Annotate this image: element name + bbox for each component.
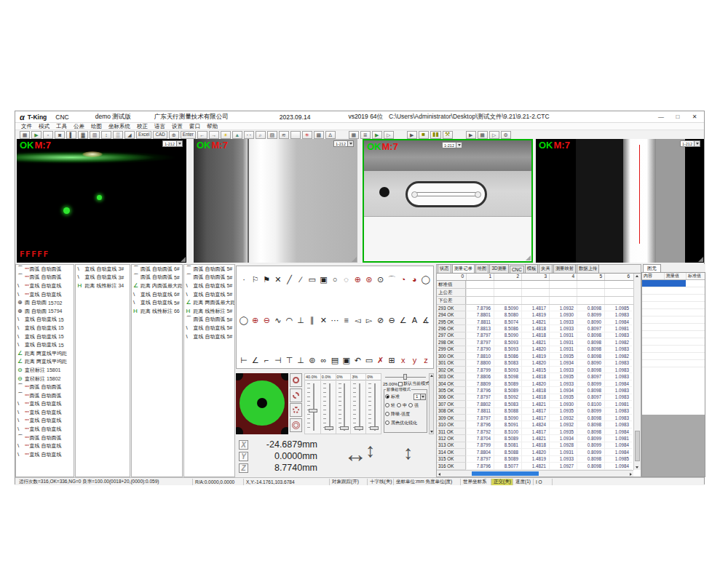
resize-grip-icon[interactable] bbox=[181, 257, 186, 262]
dim-right-tool-icon[interactable]: ⊣ bbox=[273, 356, 283, 364]
camera-zoom-select[interactable]: 1-212 bbox=[442, 142, 462, 148]
list-item[interactable]: H距离 线性标注34 bbox=[76, 282, 130, 290]
list-item[interactable]: ⌒***圆弧 自动圆弧 bbox=[16, 383, 74, 391]
magnifier-button[interactable]: ⌕ bbox=[256, 131, 266, 139]
list-item[interactable]: ∠距离 两直线平均距 bbox=[16, 358, 74, 367]
pattern-2-button[interactable]: ▩ bbox=[314, 131, 324, 139]
circle-cross-2-tool-icon[interactable]: ⊛ bbox=[364, 276, 374, 284]
list-item[interactable]: ⌒圆弧 自动圆弧5# bbox=[184, 316, 234, 324]
resize-grip-icon[interactable] bbox=[526, 255, 531, 260]
dim-corner-tool-icon[interactable]: ⌐ bbox=[261, 356, 272, 364]
element-list-column-2[interactable]: \直线 自动直线3#\直线 自动直线3#H距离 线性标注34 bbox=[75, 264, 130, 477]
z-axis-icon[interactable]: Z bbox=[239, 463, 248, 473]
ramp-tool-button[interactable]: ◢ bbox=[124, 131, 135, 139]
list-item[interactable]: ⊕圆 自动圆15794 bbox=[16, 307, 74, 316]
list-item[interactable]: ⌒圆弧 自动圆弧5# bbox=[132, 274, 183, 282]
open-arc-tool-icon[interactable]: ◠ bbox=[285, 316, 295, 324]
camera-view-4[interactable]: OKM:71-212 bbox=[536, 139, 704, 263]
list-item[interactable]: \直线 自动直线15 bbox=[16, 332, 74, 341]
records-tab[interactable]: 绘图 bbox=[475, 264, 489, 273]
list-item[interactable]: \***直线 自动直线 bbox=[16, 408, 74, 417]
list-item[interactable]: \直线 自动直线15 bbox=[16, 340, 74, 349]
pie-1-tool-icon[interactable]: ◔ bbox=[398, 276, 408, 284]
records-tab[interactable]: 3D测量 bbox=[489, 264, 509, 273]
list-item[interactable]: \直线 自动直线5# bbox=[184, 324, 234, 332]
brightness-slider[interactable] bbox=[385, 374, 426, 380]
flag-1-tool-icon[interactable]: ⚐ bbox=[250, 276, 261, 284]
light-slider[interactable]: 0% bbox=[336, 374, 351, 434]
sharpen-radio[interactable] bbox=[385, 420, 389, 425]
camera-view-2[interactable]: OKM:71-212 bbox=[194, 139, 357, 263]
records-horizontal-scrollbar[interactable] bbox=[437, 470, 633, 477]
flag-2-tool-icon[interactable]: ⚑ bbox=[261, 276, 272, 284]
tolerance-row[interactable]: 下公差 bbox=[437, 297, 641, 305]
print-button[interactable]: ≣ bbox=[360, 131, 371, 139]
ellipse-tool-icon[interactable]: ◯ bbox=[421, 276, 431, 284]
table-row[interactable]: 293 OK7.87968.50901.48171.09320.80981.09… bbox=[437, 305, 633, 311]
menu-item[interactable]: 坐标系统 bbox=[108, 123, 130, 130]
table-row[interactable]: 302 OK7.87998.50931.48151.09330.80981.09… bbox=[437, 367, 633, 373]
parallel-tool-icon[interactable]: ∥ bbox=[307, 316, 317, 324]
stop-button[interactable]: ■ bbox=[419, 131, 429, 139]
wave-button[interactable]: ≋ bbox=[279, 131, 289, 139]
table-row[interactable]: 305 OK7.87968.50891.48181.09340.80981.09… bbox=[437, 387, 633, 394]
menu-item[interactable]: 校正 bbox=[137, 123, 148, 130]
cross-tool-icon[interactable]: ✕ bbox=[318, 316, 328, 324]
records-tab[interactable]: 测量记录 bbox=[452, 264, 475, 273]
table-row[interactable]: 310 OK7.87968.50911.48241.09320.80981.09… bbox=[437, 421, 633, 428]
gray-tool-1-button[interactable]: ▓ bbox=[78, 131, 88, 139]
angle-tool-icon[interactable]: ∠ bbox=[398, 316, 408, 324]
pattern-1-button[interactable]: ▨ bbox=[267, 131, 277, 139]
circle-tool-icon[interactable]: ○ bbox=[330, 276, 340, 284]
table-row[interactable]: 308 OK7.88118.50881.48171.09350.80991.09… bbox=[437, 408, 633, 415]
records-tab[interactable]: 夹具 bbox=[539, 264, 553, 273]
list-item[interactable]: \直线 自动直线6# bbox=[132, 290, 183, 299]
chart-button[interactable]: ∆ bbox=[325, 131, 336, 139]
light-slider[interactable]: 40.0% bbox=[305, 374, 320, 434]
list-item[interactable]: H距离 线性标注66 bbox=[132, 307, 183, 316]
new-roi-button[interactable]: ▫ bbox=[43, 131, 53, 139]
list-item[interactable]: ⌒圆弧 自动圆弧5# bbox=[184, 274, 234, 282]
enter-button[interactable]: Enter bbox=[181, 131, 196, 139]
menu-item[interactable]: 模式 bbox=[39, 123, 50, 130]
list-item[interactable]: \***直线 自动直线 bbox=[16, 450, 74, 459]
resize-grip-icon[interactable] bbox=[698, 257, 703, 262]
elem-row[interactable] bbox=[642, 280, 705, 287]
elem-row[interactable] bbox=[642, 316, 705, 324]
jog-y-arrows-icon[interactable]: ↕ bbox=[365, 439, 376, 461]
angle-measure-tool-icon[interactable]: ∡ bbox=[421, 316, 431, 324]
undo-tool-icon[interactable]: ↶ bbox=[352, 356, 363, 364]
coord-y-tool-icon[interactable]: y bbox=[409, 356, 419, 364]
dim-horizontal-tool-icon[interactable]: ⊢ bbox=[239, 356, 249, 364]
elem-row[interactable] bbox=[642, 302, 705, 309]
coord-z-tool-icon[interactable]: z bbox=[421, 356, 431, 364]
circle-fill-2-tool-icon[interactable]: ⊖ bbox=[261, 316, 272, 324]
save-button[interactable]: ▦ bbox=[20, 131, 30, 139]
pie-2-tool-icon[interactable]: ◕ bbox=[409, 276, 419, 284]
list-item[interactable]: ∠距离 内圆弧最大距 bbox=[132, 282, 183, 290]
camera-zoom-select[interactable]: 1-212 bbox=[162, 140, 183, 147]
y-axis-icon[interactable]: Y bbox=[239, 452, 248, 461]
list-item[interactable]: ⌒圆弧 自动圆弧5# bbox=[184, 265, 234, 274]
open-2-button[interactable]: ▷ bbox=[489, 131, 499, 139]
intersect-tool-icon[interactable]: ✕ bbox=[273, 276, 283, 284]
list-item[interactable]: \***直线 自动直线 bbox=[16, 400, 74, 409]
light-slider[interactable]: 0.0% bbox=[320, 374, 336, 434]
camera-zoom-select[interactable]: 1-212 bbox=[680, 140, 700, 147]
ring-light-pad[interactable] bbox=[236, 373, 288, 434]
roi-rect-1-tool-icon[interactable]: ▭ bbox=[307, 276, 317, 284]
menu-item[interactable]: 工具 bbox=[56, 123, 67, 130]
list-item[interactable]: \直线 自动直线15 bbox=[16, 324, 74, 332]
list-item[interactable]: ⌒圆弧 自动圆弧6# bbox=[132, 265, 183, 274]
table-row[interactable]: 294 OK7.88018.50801.48191.09300.80991.09… bbox=[437, 311, 633, 318]
records-tab[interactable]: 测量映射 bbox=[553, 264, 576, 273]
light-ring-button-2[interactable] bbox=[290, 388, 302, 402]
light-slider[interactable]: 0% bbox=[365, 374, 381, 434]
table-row[interactable]: 296 OK7.88138.50861.48181.09330.80971.09… bbox=[437, 325, 633, 332]
elem-row[interactable] bbox=[642, 360, 705, 367]
dim-bottom-tool-icon[interactable]: ⊥ bbox=[296, 356, 306, 364]
element-list-column-4[interactable]: ⌒圆弧 自动圆弧5#⌒圆弧 自动圆弧5#\直线 自动直线5#\直线 自动直线5#… bbox=[183, 264, 235, 477]
folder-run-button[interactable]: ▶ bbox=[372, 131, 382, 139]
angle-left-tool-icon[interactable]: ◅ bbox=[352, 316, 363, 324]
camera-zoom-select[interactable]: 1-212 bbox=[333, 140, 354, 147]
